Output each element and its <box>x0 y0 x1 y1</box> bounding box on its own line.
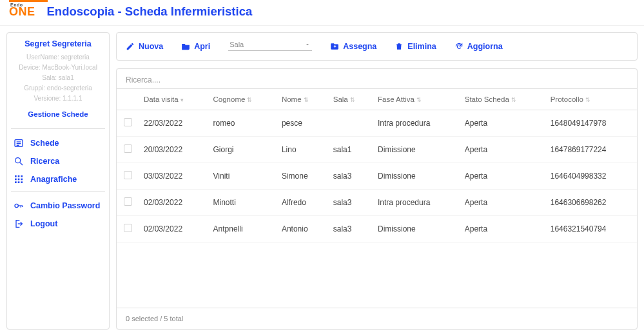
sidebar-item-ricerca[interactable]: Ricerca <box>11 152 105 170</box>
row-checkbox[interactable] <box>124 118 132 126</box>
cell-protocollo: 1646404998332 <box>545 163 637 190</box>
apri-button[interactable]: Apri <box>181 39 210 51</box>
cell-sala: sala1 <box>328 137 373 163</box>
assign-icon <box>330 42 339 51</box>
sala-select[interactable]: Sala <box>228 39 312 51</box>
sidebar-item-anagrafiche[interactable]: Anagrafiche <box>11 170 105 188</box>
row-checkbox[interactable] <box>124 144 132 153</box>
gestione-schede-link[interactable]: Gestione Schede <box>11 110 105 118</box>
svg-rect-9 <box>15 179 17 181</box>
chevron-down-icon <box>304 41 311 48</box>
button-label: Aggiorna <box>467 42 503 51</box>
row-checkbox[interactable] <box>124 197 132 206</box>
svg-rect-10 <box>18 179 20 181</box>
cell-sala: sala3 <box>328 163 373 190</box>
cell-nome: Alfredo <box>277 190 328 216</box>
cell-fase: Intra procedura <box>373 110 460 137</box>
list-icon <box>14 138 24 148</box>
col-fase[interactable]: Fase Attiva⇅ <box>373 89 460 110</box>
trash-icon <box>395 42 404 51</box>
sort-icon: ⇅ <box>304 97 309 103</box>
cell-stato: Aperta <box>460 137 545 163</box>
svg-line-5 <box>20 163 23 165</box>
button-label: Elimina <box>407 42 436 51</box>
table-row[interactable]: 02/03/2022AntpnelliAntoniosala3Dimission… <box>117 216 637 242</box>
app-root: Endo ONE Endoscopia - Scheda Infermieris… <box>0 0 644 336</box>
row-checkbox[interactable] <box>124 171 132 179</box>
table-scroll[interactable]: Data visita▾ Cognome⇅ Nome⇅ Sala⇅ Fase A… <box>117 88 637 308</box>
button-label: Assegna <box>343 42 376 51</box>
search-icon <box>14 156 24 166</box>
cell-protocollo: 1648049147978 <box>545 110 637 137</box>
col-nome[interactable]: Nome⇅ <box>277 89 328 110</box>
svg-rect-11 <box>21 179 23 181</box>
cell-data: 22/03/2022 <box>139 110 208 137</box>
svg-rect-7 <box>18 175 20 177</box>
grid-icon <box>14 174 24 184</box>
sort-icon: ⇅ <box>350 97 355 103</box>
refresh-icon <box>454 42 463 51</box>
meta-versione: Versione: 1.1.1.1 <box>11 94 105 104</box>
cell-nome: Simone <box>277 163 328 190</box>
sidebar-item-cambio-password[interactable]: Cambio Password <box>11 197 105 215</box>
col-checkbox <box>117 89 139 110</box>
nuova-button[interactable]: Nuova <box>126 39 163 51</box>
table-row[interactable]: 20/03/2022GiorgiLinosala1DimissioneApert… <box>117 137 637 163</box>
svg-rect-14 <box>21 181 23 183</box>
assegna-button[interactable]: Assegna <box>330 39 376 51</box>
cell-fase: Dimissione <box>373 216 460 242</box>
table-card: Ricerca.... Data visita▾ Cognome⇅ Nome⇅ … <box>116 68 638 330</box>
sort-icon: ⇅ <box>511 97 516 103</box>
search-input[interactable]: Ricerca.... <box>117 69 637 88</box>
cell-sala <box>328 110 373 137</box>
meta-sala: Sala: sala1 <box>11 73 105 83</box>
row-checkbox[interactable] <box>124 224 132 232</box>
cell-fase: Intra procedura <box>373 190 460 216</box>
aggiorna-button[interactable]: Aggiorna <box>454 39 503 51</box>
sort-desc-icon: ▾ <box>181 97 184 103</box>
button-label: Nuova <box>139 42 163 51</box>
sidebar-item-label: Logout <box>30 219 57 228</box>
elimina-button[interactable]: Elimina <box>395 39 436 51</box>
cell-fase: Dimissione <box>373 137 460 163</box>
svg-point-15 <box>15 204 18 207</box>
header: Endo ONE Endoscopia - Scheda Infermieris… <box>0 2 644 26</box>
divider <box>11 191 105 192</box>
cell-stato: Aperta <box>460 216 545 242</box>
cell-cognome: Viniti <box>208 163 277 190</box>
sidebar-item-schede[interactable]: Schede <box>11 134 105 152</box>
col-cognome[interactable]: Cognome⇅ <box>208 89 277 110</box>
cell-stato: Aperta <box>460 110 545 137</box>
cell-data: 03/03/2022 <box>139 163 208 190</box>
table-row[interactable]: 02/03/2022MinottiAlfredosala3Intra proce… <box>117 190 637 216</box>
sidebar-item-logout[interactable]: Logout <box>11 215 105 233</box>
col-sala[interactable]: Sala⇅ <box>328 89 373 110</box>
meta-device: Device: MacBook-Yuri.local <box>11 63 105 73</box>
sort-icon: ⇅ <box>247 97 252 103</box>
data-table: Data visita▾ Cognome⇅ Nome⇅ Sala⇅ Fase A… <box>117 88 637 242</box>
cell-cognome: Giorgi <box>208 137 277 163</box>
sidebar-item-label: Ricerca <box>30 157 59 166</box>
table-row[interactable]: 22/03/2022romeopesceIntra proceduraApert… <box>117 110 637 137</box>
table-footer: 0 selected / 5 total <box>117 308 637 329</box>
key-icon <box>14 201 24 211</box>
col-stato[interactable]: Stato Scheda⇅ <box>460 89 545 110</box>
cell-cognome: romeo <box>208 110 277 137</box>
cell-protocollo: 1647869177224 <box>545 137 637 163</box>
cell-protocollo: 1646321540794 <box>545 216 637 242</box>
cell-protocollo: 1646306698262 <box>545 190 637 216</box>
user-name: Segret Segreteria <box>11 39 105 48</box>
col-protocollo[interactable]: Protocollo⇅ <box>545 89 637 110</box>
svg-rect-6 <box>15 175 17 177</box>
col-data[interactable]: Data visita▾ <box>139 89 208 110</box>
cell-nome: Lino <box>277 137 328 163</box>
header-row: Data visita▾ Cognome⇅ Nome⇅ Sala⇅ Fase A… <box>117 89 637 110</box>
toolbar: Nuova Apri Sala Assegna <box>116 32 638 61</box>
sidebar-item-label: Cambio Password <box>30 201 100 210</box>
cell-data: 20/03/2022 <box>139 137 208 163</box>
folder-icon <box>181 42 190 51</box>
sort-icon: ⇅ <box>416 97 422 103</box>
table-row[interactable]: 03/03/2022VinitiSimonesala3DimissioneApe… <box>117 163 637 190</box>
sort-icon: ⇅ <box>585 97 590 103</box>
table-body: 22/03/2022romeopesceIntra proceduraApert… <box>117 110 637 242</box>
